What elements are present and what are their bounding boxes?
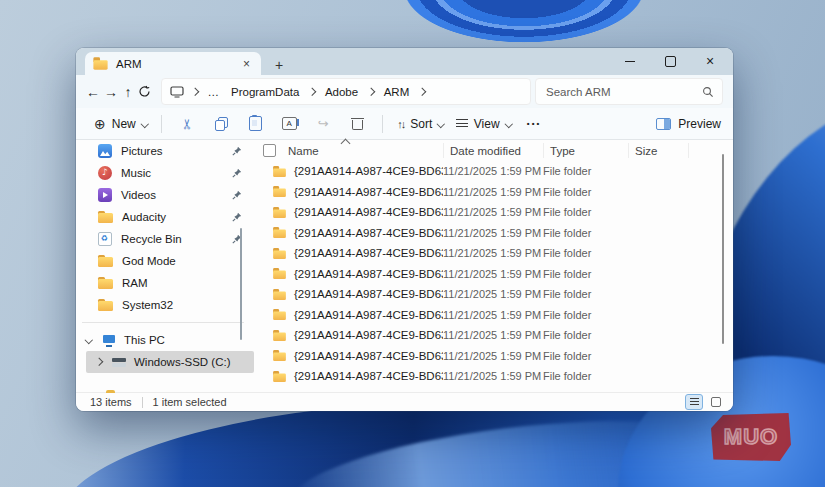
select-all-checkbox[interactable] xyxy=(263,144,276,157)
file-date-modified: 11/21/2025 1:59 PM xyxy=(443,350,543,362)
sidebar-item-this-pc[interactable]: This PC xyxy=(76,329,254,351)
chevron-down-icon[interactable] xyxy=(84,337,94,343)
file-row[interactable]: {291AA914-A987-4CE9-BD63-0C0A92... 11/21… xyxy=(254,325,733,346)
sidebar-item[interactable]: Audacity xyxy=(76,206,254,228)
file-name: {291AA914-A987-4CE9-BD63-0C0A92... xyxy=(290,206,443,218)
share-button[interactable]: ↪ xyxy=(306,111,340,137)
column-header-type[interactable]: Type xyxy=(543,143,628,158)
share-icon: ↪ xyxy=(318,116,329,131)
close-button[interactable]: × xyxy=(697,52,723,70)
folder-icon xyxy=(273,186,286,197)
file-name: {291AA914-A987-4CE9-BD63-0C0A92... xyxy=(290,268,443,280)
file-name: {291AA914-A987-4CE9-BD63-0C0A92... xyxy=(290,227,443,239)
breadcrumb-item[interactable]: Adobe xyxy=(323,85,360,99)
sidebar-item-label: System32 xyxy=(122,299,223,311)
folder-icon xyxy=(273,330,286,341)
refresh-button[interactable] xyxy=(138,80,151,104)
column-header-date-modified[interactable]: Date modified xyxy=(443,143,543,158)
partially-visible-folder-icon xyxy=(106,390,115,393)
sidebar-scrollbar[interactable] xyxy=(240,228,242,340)
items-count: 13 items xyxy=(90,396,132,408)
plus-circle-icon: ⊕ xyxy=(94,116,106,132)
sort-button[interactable]: ↑↓ Sort xyxy=(391,111,450,137)
sidebar-item-label: Music xyxy=(121,167,223,179)
breadcrumb-item[interactable]: ARM xyxy=(382,85,412,99)
window-controls: × xyxy=(617,51,723,71)
file-type: File folder xyxy=(543,329,628,341)
chevron-down-icon xyxy=(504,120,512,128)
preview-pane-icon xyxy=(656,118,671,130)
new-tab-button[interactable]: + xyxy=(275,58,283,72)
forward-button[interactable]: → xyxy=(104,80,118,104)
sidebar: Pictures Music Videos Audacity Recycle B xyxy=(76,140,254,392)
new-button[interactable]: ⊕ New xyxy=(88,111,153,137)
file-row[interactable]: {291AA914-A987-4CE9-BD63-0C0A92... 11/21… xyxy=(254,305,733,326)
file-row[interactable]: {291AA914-A987-4CE9-BD63-0C0A92... 11/21… xyxy=(254,264,733,285)
large-icons-view-toggle[interactable] xyxy=(707,394,725,410)
file-row[interactable]: {291AA914-A987-4CE9-BD63-0C0A92... 11/21… xyxy=(254,202,733,223)
view-button[interactable]: View xyxy=(450,111,517,137)
maximize-button[interactable] xyxy=(657,52,683,70)
new-label: New xyxy=(112,117,136,131)
copy-button[interactable] xyxy=(204,111,238,137)
file-type: File folder xyxy=(543,165,628,177)
column-header-name[interactable]: Name xyxy=(280,145,443,157)
file-list: Name Date modified Type Size {291AA914-A… xyxy=(254,140,733,392)
file-type: File folder xyxy=(543,186,628,198)
up-button[interactable]: ↑ xyxy=(122,80,134,104)
chevron-down-icon xyxy=(437,120,445,128)
this-pc-icon[interactable] xyxy=(170,86,184,98)
breadcrumb-item[interactable]: ProgramData xyxy=(229,85,301,99)
muo-watermark: MUO xyxy=(711,413,791,461)
breadcrumb-overflow[interactable]: … xyxy=(206,85,222,99)
chevron-right-icon xyxy=(367,88,375,96)
file-name: {291AA914-A987-4CE9-BD63-0C0A92... xyxy=(290,329,443,341)
column-header-size[interactable]: Size xyxy=(628,143,688,158)
paste-button[interactable] xyxy=(238,111,272,137)
details-view-icon xyxy=(690,398,699,406)
sidebar-item[interactable]: Videos xyxy=(76,184,254,206)
sidebar-item[interactable]: God Mode xyxy=(76,250,254,272)
tab-arm[interactable]: ARM × xyxy=(85,52,261,75)
sidebar-item[interactable]: Music xyxy=(76,162,254,184)
back-button[interactable]: ← xyxy=(86,80,100,104)
file-type: File folder xyxy=(543,350,628,362)
file-row[interactable]: {291AA914-A987-4CE9-BD63-0C0A92... 11/21… xyxy=(254,182,733,203)
sidebar-item-windows-ssd[interactable]: Windows-SSD (C:) xyxy=(86,351,254,373)
sidebar-separator xyxy=(82,322,244,323)
file-row[interactable]: {291AA914-A987-4CE9-BD63-0C0A92... 11/21… xyxy=(254,161,733,182)
cut-button[interactable]: ✂ xyxy=(170,111,204,137)
rename-button[interactable]: A xyxy=(272,111,306,137)
preview-button[interactable]: Preview xyxy=(656,117,721,131)
pin-icon xyxy=(232,212,242,222)
file-row[interactable]: {291AA914-A987-4CE9-BD63-0C0A92... 11/21… xyxy=(254,366,733,387)
details-view-toggle[interactable] xyxy=(685,394,703,410)
chevron-right-icon[interactable] xyxy=(94,359,104,365)
file-row[interactable]: {291AA914-A987-4CE9-BD63-0C0A92... 11/21… xyxy=(254,223,733,244)
file-date-modified: 11/21/2025 1:59 PM xyxy=(443,227,543,239)
file-type: File folder xyxy=(543,247,628,259)
sidebar-item[interactable]: System32 xyxy=(76,294,254,316)
sidebar-item[interactable]: Pictures xyxy=(76,140,254,162)
pictures-icon xyxy=(98,144,112,158)
folder-icon xyxy=(273,248,286,259)
file-row[interactable]: {291AA914-A987-4CE9-BD63-0C0A92... 11/21… xyxy=(254,243,733,264)
sidebar-item[interactable]: Recycle Bin xyxy=(76,228,254,250)
folder-icon xyxy=(273,207,286,218)
file-row[interactable]: {291AA914-A987-4CE9-BD63-0C0A92... 11/21… xyxy=(254,284,733,305)
drive-icon xyxy=(112,357,126,368)
more-options-button[interactable]: ••• xyxy=(517,111,551,137)
sidebar-item-label: Videos xyxy=(121,189,223,201)
file-row[interactable]: {291AA914-A987-4CE9-BD63-0C0A92... 11/21… xyxy=(254,346,733,367)
delete-button[interactable] xyxy=(340,111,374,137)
sidebar-item[interactable]: RAM xyxy=(76,272,254,294)
minimize-button[interactable] xyxy=(617,52,643,70)
folder-icon xyxy=(273,309,286,320)
chevron-right-icon xyxy=(308,88,316,96)
folder-icon xyxy=(98,211,113,224)
tab-close-icon[interactable]: × xyxy=(240,58,253,70)
search-input[interactable] xyxy=(544,85,702,99)
file-name: {291AA914-A987-4CE9-BD63-0C0A92... xyxy=(290,370,443,382)
folder-icon xyxy=(273,350,286,361)
file-list-scrollbar[interactable] xyxy=(722,154,725,344)
